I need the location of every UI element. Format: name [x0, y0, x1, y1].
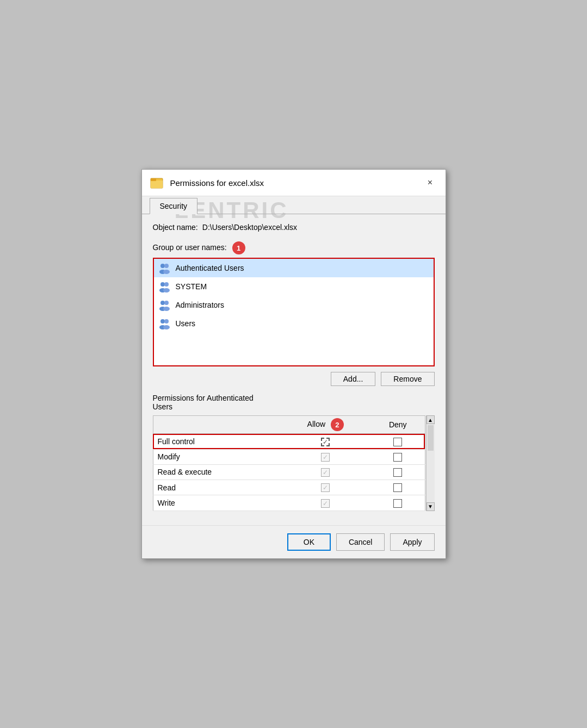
permissions-section: Permissions for Authenticated Users Allo… — [153, 394, 435, 511]
group-section-label: Group or user names: 1 — [153, 241, 435, 254]
svg-rect-2 — [151, 178, 156, 181]
badge-2: 2 — [331, 418, 344, 431]
svg-point-11 — [160, 301, 165, 305]
tab-security[interactable]: Security — [150, 198, 198, 214]
tabs: Security — [150, 197, 438, 214]
permissions-table-wrapper: Allow 2 Deny Full control ✓ — [153, 415, 435, 511]
user-name: Authenticated Users — [176, 264, 244, 272]
perm-name: Read — [153, 480, 280, 495]
perm-name: Write — [153, 495, 280, 511]
group-section: Group or user names: 1 Authenticated Use… — [153, 241, 435, 366]
close-button[interactable]: × — [423, 175, 438, 190]
deny-checkbox-write[interactable] — [393, 499, 402, 508]
perm-name: Full control — [153, 434, 280, 449]
file-icon — [150, 175, 165, 190]
allow-cell[interactable]: ✓ — [280, 495, 371, 511]
allow-cell[interactable]: ✓ — [280, 434, 371, 449]
svg-point-4 — [164, 264, 169, 268]
scrollbar[interactable]: ▲ ▼ — [426, 415, 435, 511]
table-row: Full control ✓ — [153, 434, 425, 449]
group-users-list: Authenticated Users SYSTEM — [154, 259, 434, 333]
svg-point-3 — [160, 264, 165, 268]
user-group-icon — [158, 280, 171, 293]
deny-cell[interactable] — [371, 495, 425, 511]
table-row: Modify ✓ — [153, 449, 425, 464]
deny-cell[interactable] — [371, 434, 425, 449]
user-group-icon — [158, 317, 171, 330]
dialog-footer: OK Cancel Apply — [142, 525, 446, 558]
table-row: Read ✓ — [153, 480, 425, 495]
perm-name: Modify — [153, 449, 280, 464]
allow-checkbox-write[interactable]: ✓ — [321, 499, 330, 508]
table-row: Read & execute ✓ — [153, 464, 425, 480]
allow-checkbox-readexec[interactable]: ✓ — [321, 468, 330, 477]
object-name-row: Object name: D:\Users\Desktop\excel.xlsx — [153, 223, 435, 232]
deny-checkbox-full[interactable] — [393, 438, 402, 446]
perm-name: Read & execute — [153, 464, 280, 480]
apply-button[interactable]: Apply — [390, 533, 434, 551]
watermark-area: LENTRIC Security — [142, 196, 446, 214]
object-name-value: D:\Users\Desktop\excel.xlsx — [202, 223, 297, 232]
svg-point-8 — [164, 282, 169, 287]
deny-checkbox-readexec[interactable] — [393, 468, 402, 477]
allow-col-header: Allow 2 — [280, 416, 371, 434]
deny-checkbox-read[interactable] — [393, 483, 402, 492]
list-item[interactable]: Authenticated Users — [154, 259, 434, 277]
remove-button[interactable]: Remove — [381, 372, 434, 386]
perm-col-header — [153, 416, 280, 434]
user-name: Users — [176, 319, 196, 328]
deny-cell[interactable] — [371, 449, 425, 464]
user-group-icon — [158, 262, 171, 275]
allow-cell[interactable]: ✓ — [280, 464, 371, 480]
table-row: Write ✓ — [153, 495, 425, 511]
title-bar-left: Permissions for excel.xlsx — [150, 175, 264, 190]
deny-cell[interactable] — [371, 464, 425, 480]
scroll-up-arrow[interactable]: ▲ — [427, 415, 435, 424]
allow-cell[interactable]: ✓ — [280, 449, 371, 464]
deny-cell[interactable] — [371, 480, 425, 495]
svg-point-10 — [163, 288, 170, 293]
dialog-title: Permissions for excel.xlsx — [170, 178, 264, 188]
allow-checkbox-full[interactable]: ✓ — [321, 438, 330, 446]
scroll-thumb[interactable] — [428, 425, 434, 451]
group-users-box: Authenticated Users SYSTEM — [153, 258, 435, 366]
svg-point-15 — [160, 319, 165, 323]
title-bar: Permissions for excel.xlsx × — [142, 170, 446, 196]
badge-1: 1 — [232, 241, 245, 254]
user-group-icon — [158, 298, 171, 312]
add-remove-buttons: Add... Remove — [153, 372, 435, 386]
dialog-content: Object name: D:\Users\Desktop\excel.xlsx… — [142, 214, 446, 525]
svg-point-7 — [160, 282, 165, 287]
svg-point-12 — [164, 301, 169, 305]
allow-checkbox-read[interactable]: ✓ — [321, 483, 330, 492]
allow-checkbox-modify[interactable]: ✓ — [321, 453, 330, 462]
deny-checkbox-modify[interactable] — [393, 453, 402, 462]
object-name-label: Object name: — [153, 223, 198, 232]
list-item[interactable]: Administrators — [154, 296, 434, 314]
permissions-table: Allow 2 Deny Full control ✓ — [153, 415, 425, 511]
permissions-section-label: Permissions for Authenticated Users — [153, 394, 435, 411]
user-name: Administrators — [176, 301, 224, 309]
permissions-dialog: Permissions for excel.xlsx × LENTRIC Sec… — [141, 169, 446, 558]
deny-col-header: Deny — [371, 416, 425, 434]
list-item[interactable]: Users — [154, 314, 434, 333]
svg-point-6 — [163, 270, 170, 274]
svg-point-14 — [163, 307, 170, 311]
list-item[interactable]: SYSTEM — [154, 277, 434, 296]
ok-button[interactable]: OK — [287, 533, 331, 551]
scroll-down-arrow[interactable]: ▼ — [427, 502, 435, 511]
svg-point-16 — [164, 319, 169, 323]
allow-cell[interactable]: ✓ — [280, 480, 371, 495]
svg-point-18 — [163, 325, 170, 329]
svg-rect-1 — [151, 181, 163, 188]
user-name: SYSTEM — [176, 282, 207, 291]
cancel-button[interactable]: Cancel — [336, 533, 385, 551]
scroll-track — [427, 452, 435, 502]
add-button[interactable]: Add... — [331, 372, 376, 386]
